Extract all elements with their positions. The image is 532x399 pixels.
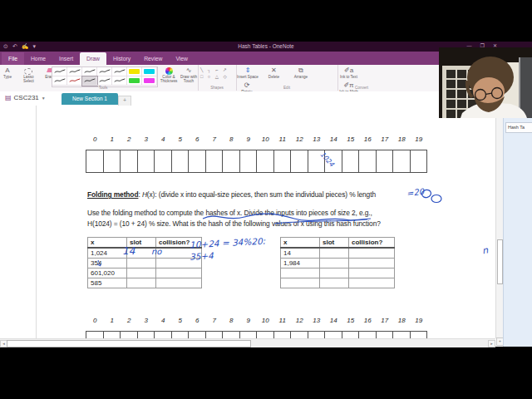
- array-cell[interactable]: [358, 331, 377, 338]
- page-canvas[interactable]: 012345678910111213141516171819 1024 Fold…: [0, 106, 495, 338]
- arrange-icon: ⧉: [288, 66, 313, 75]
- ink-length-ovals: [421, 189, 442, 204]
- array-cell[interactable]: [273, 150, 292, 173]
- tab-view[interactable]: View: [169, 52, 195, 65]
- ink-to-text-button[interactable]: ✐a Ink to Text: [337, 65, 360, 79]
- array-cell[interactable]: [290, 331, 308, 338]
- pen-swatch[interactable]: [52, 76, 67, 86]
- array-cell[interactable]: [410, 150, 428, 173]
- array-cell[interactable]: [86, 150, 104, 173]
- array-cell[interactable]: [137, 150, 155, 173]
- highlighter-swatch-yellow[interactable]: [127, 67, 142, 76]
- array-cell[interactable]: [154, 331, 172, 338]
- array-cell[interactable]: [392, 150, 411, 173]
- array-cell[interactable]: [103, 150, 121, 173]
- array-cell[interactable]: [290, 150, 308, 173]
- cell-slot: [127, 259, 156, 268]
- array-cell[interactable]: [239, 331, 258, 338]
- group-shapes[interactable]: ╲ ┐ ⌐ ↗ □ ○ △ ◇ Shapes: [198, 65, 237, 91]
- horizontal-scrollbar[interactable]: ◂ ▸: [0, 338, 495, 347]
- array-cell[interactable]: [188, 150, 206, 173]
- pen-swatch-red[interactable]: [67, 76, 82, 86]
- draw-with-touch-button[interactable]: ∿ Draw with Touch: [180, 65, 198, 83]
- array-cell[interactable]: [222, 150, 240, 173]
- vertical-scrollbar[interactable]: +: [495, 106, 503, 338]
- array-index-label: 9: [240, 317, 258, 324]
- table-row: 585: [88, 278, 202, 288]
- array-cell[interactable]: [376, 331, 394, 338]
- tab-home[interactable]: Home: [24, 52, 52, 65]
- highlighter-swatch-magenta[interactable]: [142, 76, 157, 86]
- array-cell[interactable]: [86, 331, 104, 338]
- ink-margin-mark: n: [481, 244, 489, 256]
- cell-collision: [349, 259, 395, 268]
- array-cell[interactable]: [273, 331, 292, 338]
- section-tab-new-section-1[interactable]: New Section 1: [62, 93, 118, 105]
- highlighter-swatch-cyan[interactable]: [142, 67, 157, 76]
- lasso-select-button[interactable]: Lasso Select: [18, 65, 38, 83]
- pen-swatch[interactable]: [112, 67, 127, 76]
- scroll-right-icon[interactable]: ▸: [488, 340, 495, 347]
- notebook-dropdown[interactable]: ▤ CSC231 ▼: [5, 94, 46, 101]
- array-cell[interactable]: [392, 331, 411, 338]
- array-index-label: 2: [121, 135, 138, 143]
- type-button[interactable]: A Type: [0, 65, 15, 79]
- color-thickness-button[interactable]: Color & Thickness: [158, 65, 180, 83]
- ink-354-split-mark: [95, 259, 105, 268]
- page-list-pane: Hash Ta: [503, 106, 532, 347]
- cell-x: 1,984: [281, 259, 320, 268]
- highlighter-swatch-green[interactable]: [127, 76, 142, 86]
- delete-button[interactable]: ✕ Delete: [263, 65, 284, 79]
- array-cell[interactable]: [308, 331, 326, 338]
- vertical-scrollbar-thumb[interactable]: [497, 239, 503, 284]
- tab-insert[interactable]: Insert: [52, 52, 80, 65]
- cell-x: 1,024: [88, 248, 127, 259]
- array-cell[interactable]: [256, 150, 274, 173]
- array-cell[interactable]: [358, 150, 377, 173]
- webcam-overlay: [439, 47, 532, 118]
- array-cell[interactable]: [120, 331, 138, 338]
- array-cell[interactable]: [410, 331, 428, 338]
- array-cell[interactable]: [342, 331, 360, 338]
- pen-swatch-selected[interactable]: [82, 76, 97, 86]
- tab-file[interactable]: File: [2, 52, 24, 65]
- array-cell[interactable]: [103, 331, 121, 338]
- array-cell[interactable]: [324, 331, 342, 338]
- insert-space-button[interactable]: ⇕ Insert Space: [236, 65, 259, 79]
- array-index-label: 13: [308, 135, 326, 143]
- array-cell[interactable]: [342, 150, 360, 173]
- cell-slot: [320, 248, 349, 259]
- hash-array-top: 012345678910111213141516171819: [86, 135, 427, 173]
- array-cell[interactable]: [171, 331, 190, 338]
- convert-group-label: Convert: [337, 86, 386, 90]
- pen-swatch[interactable]: [52, 67, 67, 76]
- array-cell[interactable]: [376, 150, 394, 173]
- pen-swatch[interactable]: [67, 67, 82, 76]
- pen-swatch[interactable]: [82, 67, 97, 76]
- tab-history[interactable]: History: [106, 52, 137, 65]
- horizontal-scrollbar-thumb[interactable]: [7, 340, 251, 347]
- array-cell[interactable]: [222, 331, 240, 338]
- cell-collision: [349, 278, 395, 288]
- pen-swatch[interactable]: [97, 76, 112, 86]
- array-cell[interactable]: [239, 150, 258, 173]
- array-cell[interactable]: [205, 150, 224, 173]
- tab-draw[interactable]: Draw: [80, 52, 106, 65]
- array-cell[interactable]: [137, 331, 155, 338]
- pen-swatch[interactable]: [112, 76, 127, 86]
- cell-collision: [349, 248, 395, 259]
- tab-review[interactable]: Review: [137, 52, 169, 65]
- cell-x: [281, 268, 320, 278]
- page-tab-hash-tables[interactable]: Hash Ta: [505, 122, 532, 133]
- array-cell[interactable]: [188, 331, 206, 338]
- table-row: 1,024: [88, 248, 202, 259]
- array-cell[interactable]: [205, 331, 224, 338]
- color-wheel-icon: [158, 66, 180, 75]
- pen-swatch[interactable]: [97, 67, 112, 76]
- array-cell[interactable]: [120, 150, 138, 173]
- array-cell[interactable]: [154, 150, 172, 173]
- array-index-label: 14: [325, 135, 342, 143]
- array-cell[interactable]: [256, 331, 274, 338]
- array-cell[interactable]: [171, 150, 190, 173]
- arrange-button[interactable]: ⧉ Arrange: [288, 65, 313, 79]
